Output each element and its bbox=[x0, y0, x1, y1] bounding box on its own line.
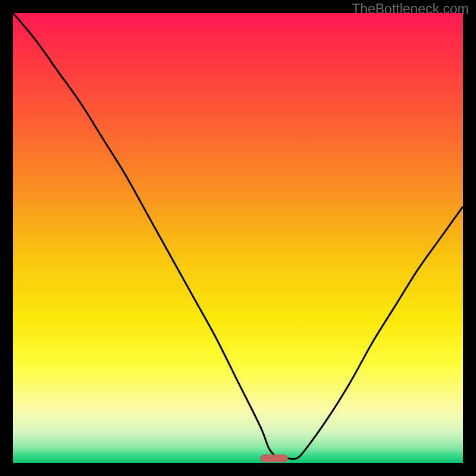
chart-stage: TheBottleneck.com bbox=[0, 0, 476, 476]
bottleneck-chart bbox=[13, 13, 463, 463]
optimal-marker bbox=[261, 455, 287, 462]
plot-area bbox=[13, 13, 463, 463]
gradient-background bbox=[13, 13, 463, 463]
